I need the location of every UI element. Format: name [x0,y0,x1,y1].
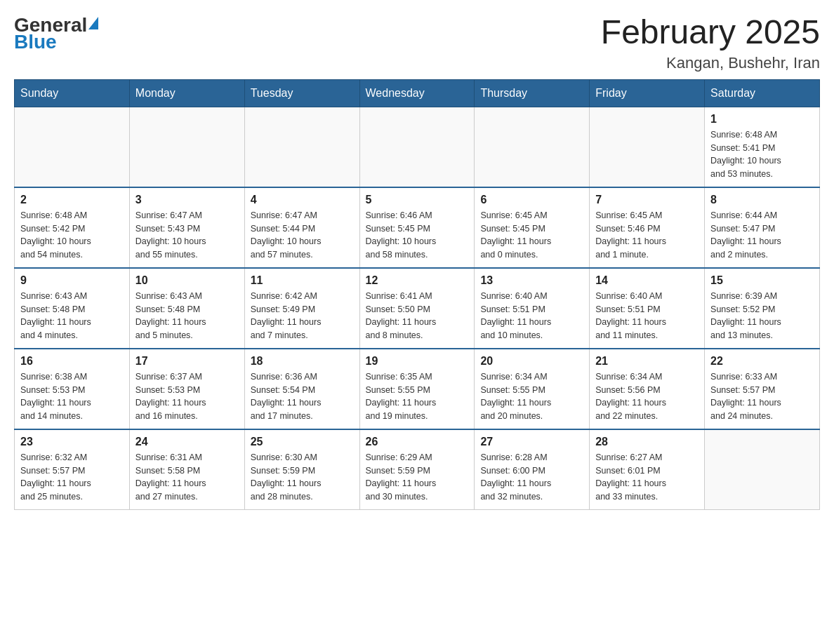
day-number: 18 [251,355,354,368]
day-info: Sunrise: 6:35 AMSunset: 5:55 PMDaylight:… [366,370,469,423]
day-number: 1 [710,113,814,126]
calendar-day-cell: 7Sunrise: 6:45 AMSunset: 5:46 PMDaylight… [590,187,705,268]
day-info: Sunrise: 6:33 AMSunset: 5:57 PMDaylight:… [710,370,814,423]
calendar-day-cell: 25Sunrise: 6:30 AMSunset: 5:59 PMDayligh… [244,429,359,510]
page-header: General Blue February 2025 Kangan, Bushe… [14,14,820,72]
day-info: Sunrise: 6:43 AMSunset: 5:48 PMDaylight:… [135,290,239,342]
day-info: Sunrise: 6:44 AMSunset: 5:47 PMDaylight:… [710,209,814,262]
calendar-day-cell: 12Sunrise: 6:41 AMSunset: 5:50 PMDayligh… [359,268,475,349]
calendar-day-cell: 15Sunrise: 6:39 AMSunset: 5:52 PMDayligh… [705,268,820,349]
day-number: 10 [135,274,239,287]
day-info: Sunrise: 6:43 AMSunset: 5:48 PMDaylight:… [20,290,124,342]
calendar-day-cell: 14Sunrise: 6:40 AMSunset: 5:51 PMDayligh… [590,268,705,349]
day-number: 16 [20,355,124,368]
day-number: 13 [480,274,583,287]
day-number: 11 [251,274,354,287]
logo-triangle-icon [88,17,98,29]
day-number: 5 [366,194,469,206]
day-info: Sunrise: 6:47 AMSunset: 5:43 PMDaylight:… [135,209,239,262]
day-of-week-header: Wednesday [359,79,475,107]
calendar-day-cell [129,107,244,187]
calendar-week-row: 9Sunrise: 6:43 AMSunset: 5:48 PMDaylight… [15,268,820,349]
calendar-day-cell: 6Sunrise: 6:45 AMSunset: 5:45 PMDaylight… [475,187,590,268]
calendar-week-row: 23Sunrise: 6:32 AMSunset: 5:57 PMDayligh… [15,429,820,510]
calendar-table: SundayMondayTuesdayWednesdayThursdayFrid… [14,79,820,510]
day-number: 21 [595,355,699,368]
day-info: Sunrise: 6:42 AMSunset: 5:49 PMDaylight:… [251,290,354,342]
day-number: 22 [710,355,814,368]
day-info: Sunrise: 6:37 AMSunset: 5:53 PMDaylight:… [135,370,239,423]
day-info: Sunrise: 6:34 AMSunset: 5:56 PMDaylight:… [595,370,699,423]
day-info: Sunrise: 6:38 AMSunset: 5:53 PMDaylight:… [20,370,124,423]
calendar-day-cell [475,107,590,187]
location: Kangan, Bushehr, Iran [601,54,820,72]
calendar-day-cell [590,107,705,187]
day-number: 26 [366,436,469,448]
calendar-day-cell: 8Sunrise: 6:44 AMSunset: 5:47 PMDaylight… [705,187,820,268]
calendar-header-row: SundayMondayTuesdayWednesdayThursdayFrid… [15,79,820,107]
day-info: Sunrise: 6:36 AMSunset: 5:54 PMDaylight:… [251,370,354,423]
day-number: 27 [480,436,583,448]
calendar-day-cell [244,107,359,187]
day-number: 28 [595,436,699,448]
calendar-day-cell [705,429,820,510]
day-number: 7 [595,194,699,206]
calendar-day-cell: 18Sunrise: 6:36 AMSunset: 5:54 PMDayligh… [244,349,359,429]
day-info: Sunrise: 6:29 AMSunset: 5:59 PMDaylight:… [366,451,469,504]
day-number: 20 [480,355,583,368]
calendar-day-cell: 13Sunrise: 6:40 AMSunset: 5:51 PMDayligh… [475,268,590,349]
day-number: 17 [135,355,239,368]
calendar-day-cell: 21Sunrise: 6:34 AMSunset: 5:56 PMDayligh… [590,349,705,429]
day-info: Sunrise: 6:45 AMSunset: 5:45 PMDaylight:… [480,209,583,262]
calendar-day-cell [359,107,475,187]
day-info: Sunrise: 6:47 AMSunset: 5:44 PMDaylight:… [251,209,354,262]
calendar-day-cell: 27Sunrise: 6:28 AMSunset: 6:00 PMDayligh… [475,429,590,510]
day-info: Sunrise: 6:28 AMSunset: 6:00 PMDaylight:… [480,451,583,504]
calendar-day-cell: 17Sunrise: 6:37 AMSunset: 5:53 PMDayligh… [129,349,244,429]
calendar-week-row: 16Sunrise: 6:38 AMSunset: 5:53 PMDayligh… [15,349,820,429]
calendar-day-cell: 26Sunrise: 6:29 AMSunset: 5:59 PMDayligh… [359,429,475,510]
calendar-day-cell: 24Sunrise: 6:31 AMSunset: 5:58 PMDayligh… [129,429,244,510]
day-of-week-header: Saturday [705,79,820,107]
title-section: February 2025 Kangan, Bushehr, Iran [601,14,820,72]
day-info: Sunrise: 6:41 AMSunset: 5:50 PMDaylight:… [366,290,469,342]
day-number: 12 [366,274,469,287]
day-number: 15 [710,274,814,287]
month-title: February 2025 [601,14,820,51]
day-of-week-header: Tuesday [244,79,359,107]
calendar-day-cell: 28Sunrise: 6:27 AMSunset: 6:01 PMDayligh… [590,429,705,510]
calendar-day-cell: 9Sunrise: 6:43 AMSunset: 5:48 PMDaylight… [15,268,130,349]
day-info: Sunrise: 6:34 AMSunset: 5:55 PMDaylight:… [480,370,583,423]
calendar-day-cell: 23Sunrise: 6:32 AMSunset: 5:57 PMDayligh… [15,429,130,510]
day-number: 19 [366,355,469,368]
calendar-day-cell: 1Sunrise: 6:48 AMSunset: 5:41 PMDaylight… [705,107,820,187]
calendar-day-cell: 10Sunrise: 6:43 AMSunset: 5:48 PMDayligh… [129,268,244,349]
calendar-day-cell: 11Sunrise: 6:42 AMSunset: 5:49 PMDayligh… [244,268,359,349]
calendar-week-row: 2Sunrise: 6:48 AMSunset: 5:42 PMDaylight… [15,187,820,268]
day-info: Sunrise: 6:45 AMSunset: 5:46 PMDaylight:… [595,209,699,262]
calendar-day-cell: 16Sunrise: 6:38 AMSunset: 5:53 PMDayligh… [15,349,130,429]
day-info: Sunrise: 6:30 AMSunset: 5:59 PMDaylight:… [251,451,354,504]
day-info: Sunrise: 6:32 AMSunset: 5:57 PMDaylight:… [20,451,124,504]
calendar-day-cell: 19Sunrise: 6:35 AMSunset: 5:55 PMDayligh… [359,349,475,429]
day-of-week-header: Sunday [15,79,130,107]
logo-blue-text: Blue [14,31,57,53]
calendar-day-cell: 22Sunrise: 6:33 AMSunset: 5:57 PMDayligh… [705,349,820,429]
day-number: 25 [251,436,354,448]
day-of-week-header: Thursday [475,79,590,107]
day-number: 6 [480,194,583,206]
day-number: 4 [251,194,354,206]
day-info: Sunrise: 6:40 AMSunset: 5:51 PMDaylight:… [480,290,583,342]
calendar-week-row: 1Sunrise: 6:48 AMSunset: 5:41 PMDaylight… [15,107,820,187]
day-info: Sunrise: 6:31 AMSunset: 5:58 PMDaylight:… [135,451,239,504]
calendar-day-cell: 4Sunrise: 6:47 AMSunset: 5:44 PMDaylight… [244,187,359,268]
logo: General Blue [14,14,98,53]
calendar-day-cell: 20Sunrise: 6:34 AMSunset: 5:55 PMDayligh… [475,349,590,429]
calendar-day-cell: 2Sunrise: 6:48 AMSunset: 5:42 PMDaylight… [15,187,130,268]
day-number: 23 [20,436,124,448]
day-number: 8 [710,194,814,206]
calendar-day-cell: 5Sunrise: 6:46 AMSunset: 5:45 PMDaylight… [359,187,475,268]
day-info: Sunrise: 6:39 AMSunset: 5:52 PMDaylight:… [710,290,814,342]
day-of-week-header: Friday [590,79,705,107]
day-info: Sunrise: 6:27 AMSunset: 6:01 PMDaylight:… [595,451,699,504]
